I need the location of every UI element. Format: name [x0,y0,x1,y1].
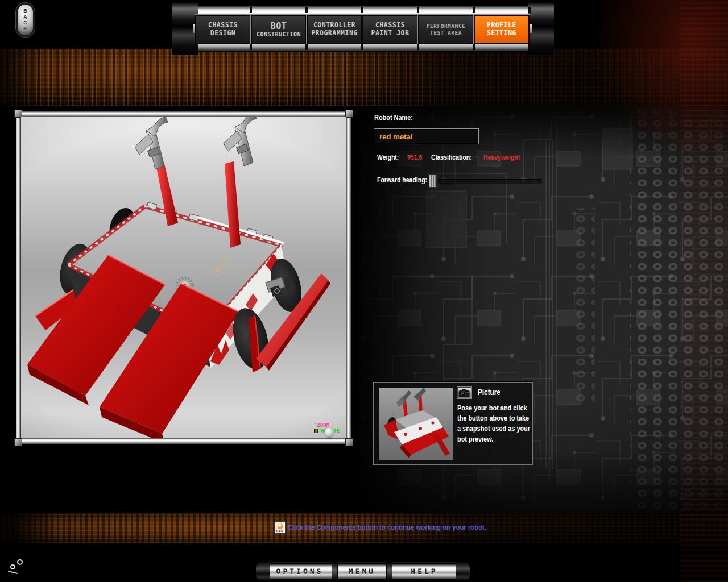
frame-corner-joint [346,439,353,446]
viewport-frame-top [16,111,351,117]
bot-3d-viewport: ⌜ZOOM –ROTATE [16,111,351,444]
robot-name-input[interactable] [374,128,479,144]
footer-button-bar: OPTIONS MENU HELP [259,564,466,579]
maroon-edge-texture [680,0,728,582]
corner-ring-icon [10,564,15,569]
footer-joint [387,563,392,580]
bulb-icon [278,523,283,529]
weight-label: Weight: [377,153,399,161]
corner-ring-icon [17,559,23,565]
tab-chassis-paint-job[interactable]: CHASSIS PAINT JOB [363,16,417,43]
viewport-frame-right [346,111,351,444]
frame-corner-joint [15,110,22,117]
tab-row: CHASSIS DESIGN BOT CONSTRUCTION CONTROLL… [196,16,528,43]
tab-profile-setting[interactable]: PROFILE SETTING [475,16,528,43]
tab-chassis-design[interactable]: CHASSIS DESIGN [196,16,250,43]
picture-title: Picture [478,388,504,397]
tips-icon: tips [275,522,285,533]
menu-button[interactable]: MENU [337,564,387,579]
viewport-frame-left [16,111,21,444]
stats-row: Weight: 951.6 Classification: Heavyweigh… [377,153,527,161]
tip-message: Click the Components button to continue … [288,523,524,531]
tab-bar-left-cap [172,2,198,55]
tab-controller-programming[interactable]: CONTROLLER PROGRAMMING [308,16,361,43]
mode-tab-bar: CHASSIS DESIGN BOT CONSTRUCTION CONTROLL… [172,2,554,55]
weight-value: 951.6 [407,153,422,161]
robot-name-label: Robot Name: [374,113,420,122]
help-button[interactable]: HELP [392,564,457,579]
forward-heading-knob[interactable] [429,174,437,188]
picture-panel: Picture Pose your bot and click the butt… [373,382,533,465]
tab-bar-rivets-top [196,7,531,13]
tab-bar-rivets-bottom [196,44,531,50]
tab-bar-right-cap [528,2,554,55]
frame-corner-joint [346,110,353,117]
forward-heading-row: Forward heading: [377,176,437,184]
viewport-knob[interactable] [325,428,333,437]
profile-setting-screen: BACK CHASSIS DESIGN BOT CONSTRUCTION CON… [0,0,728,582]
take-snapshot-button[interactable] [457,387,471,398]
classification-value: Heavyweight [483,153,520,161]
rotate-swatch-icon [314,429,318,433]
footer-right-cap [456,562,470,581]
viewport-frame-bottom [16,438,351,444]
corner-dash [8,571,18,574]
camera-icon [458,388,471,398]
forward-heading-track[interactable] [439,179,542,184]
zoom-hint-label: ZOOM [317,422,329,428]
back-button[interactable]: BACK [16,3,35,37]
footer-joint [332,563,337,580]
bot-snapshot-preview [379,388,453,460]
options-button[interactable]: OPTIONS [267,564,332,579]
tab-bot-construction[interactable]: BOT CONSTRUCTION [252,16,305,43]
picture-description: Pose your bot and click the button above… [457,403,533,444]
tab-performance-test-area[interactable]: PERFORMANCE TEST AREA [419,16,473,43]
bot-3d-render[interactable]: ⌜ZOOM –ROTATE [21,117,346,438]
frame-corner-joint [15,439,22,446]
forward-heading-label: Forward heading: [377,176,427,184]
classification-label: Classification: [431,153,472,161]
back-button-label: BACK [23,8,28,31]
